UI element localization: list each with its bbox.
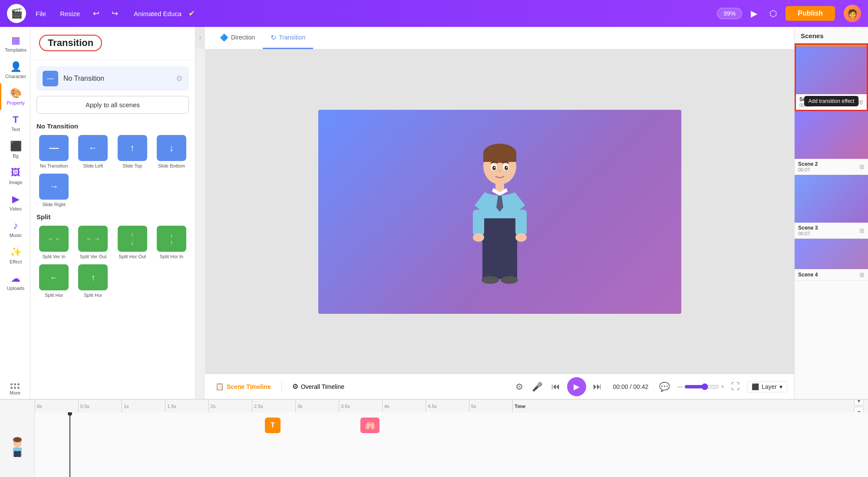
music-icon: ♪ [13,220,18,231]
scene-timeline-tab[interactable]: 📋 Scene Timeline [212,381,274,392]
sidebar-item-video[interactable]: ▶ Video [0,189,30,216]
preview-button[interactable]: ▶ [747,7,761,20]
svg-rect-23 [14,451,17,457]
timeline-chip-lung[interactable]: 🫁 [360,418,380,433]
transition-item-split-ver-out[interactable]: ←→ Split Ver Out [76,226,110,259]
transition-item-no-transition[interactable]: — No Transition [36,135,71,168]
zoom-control[interactable]: 99% [717,8,742,19]
svg-rect-16 [473,210,484,236]
sidebar-item-text[interactable]: T Text [0,110,30,136]
apply-to-all-button[interactable]: Apply to all scenes [36,96,189,114]
ruler-mark-0s: 0s [35,400,78,413]
effect-label: Effect [10,259,22,264]
sidebar-item-character[interactable]: 👤 Character [0,57,30,83]
sidebar-item-effect[interactable]: ✨ Effect [0,242,30,269]
scene-1-thumbnail [796,46,867,94]
tab-direction[interactable]: 🔷 Direction [212,27,263,49]
panel-collapse-button[interactable]: ‹ [195,27,205,49]
scene-item-1[interactable]: Scene 1 00:05 ⊞ Add transition effect [795,43,868,111]
transition-item-slide-right[interactable]: → Slide Right [36,174,71,207]
more-dots-row2 [10,387,20,389]
publish-button[interactable]: Publish [785,6,835,21]
split-ver-in-icon-box: →← [39,226,69,252]
project-title: Animated Educa [134,10,182,17]
sidebar-item-music[interactable]: ♪ Music [0,216,30,242]
bg-label: Bg [13,153,18,158]
canvas-frame[interactable] [318,110,681,314]
split-hor-in-icon-box: ↓ ↑ [157,226,186,252]
transition-title: Transition [48,37,93,48]
transition-settings-icon[interactable]: ⚙ [176,74,183,83]
ruler-mark-5s: 5s [469,400,512,413]
scene-4-name: Scene 4 [798,272,818,278]
timeline-track-content: T 🫁 [35,412,868,477]
sidebar-item-bg[interactable]: ⬛ Bg [0,136,30,163]
scene-2-toggle[interactable]: ⊞ [859,163,865,170]
scene-item-2[interactable]: Scene 2 00:07 ⊞ [795,111,868,175]
tab-transition[interactable]: ↻ Transition [263,27,313,49]
fullscreen-button[interactable]: ⛶ [729,380,742,393]
svg-rect-13 [502,244,517,279]
scene-item-3[interactable]: Scene 3 00:07 ⊞ [795,175,868,239]
zoom-buttons: + − [854,399,868,412]
split-grid: →← Split Ver In ←→ Split Ver Out ↑ ↓ [30,223,195,262]
transition-tab-label: Transition [279,34,305,41]
resize-menu[interactable]: Resize [56,8,84,19]
overall-timeline-tab[interactable]: ⚙ Overall Timeline [289,381,348,392]
scene-3-name: Scene 3 [798,225,818,231]
uploads-icon: ☁ [11,273,20,284]
skip-forward-button[interactable]: ⏭ [591,380,604,393]
scene-4-toggle[interactable]: ⊞ [859,271,865,278]
app-logo: 🎬 [7,4,26,23]
timeline-zoom-in[interactable]: + [854,399,864,405]
mic-button[interactable]: 🎤 [530,380,545,394]
direction-tab-icon: 🔷 [220,33,228,42]
transition-item-split-hor-in[interactable]: ↓ ↑ Split Hor In [154,226,189,259]
canvas-toolbar: 🔷 Direction ↻ Transition [205,27,794,49]
uploads-label: Uploads [7,286,24,291]
transition-item-split-hor-2[interactable]: ↑ Split Hor [76,264,110,298]
svg-point-8 [506,167,507,168]
captions-button[interactable]: 💬 [657,380,672,394]
camera-settings-button[interactable]: ⚙ [514,380,525,394]
timeline-zoom-out[interactable]: − [854,407,864,412]
sidebar-item-property[interactable]: 🎨 Property [0,83,30,110]
transition-item-slide-left[interactable]: ← Slide Left [76,135,110,168]
transition-item-split-ver-in[interactable]: →← Split Ver In [36,226,71,259]
layer-label: Layer [762,383,777,390]
transition-item-slide-top[interactable]: ↑ Slide Top [115,135,150,168]
volume-slider[interactable] [684,383,719,390]
volume-minus-icon: — [677,383,683,390]
sidebar-item-more[interactable]: More [7,380,23,399]
sidebar-item-templates[interactable]: ▦ Templates [0,30,30,57]
user-avatar[interactable]: 🧑 [844,5,861,22]
bg-icon: ⬛ [10,141,22,152]
split-ver-out-icon-box: ←→ [78,226,108,252]
scene-item-4[interactable]: Scene 4 ⊞ [795,239,868,281]
transition-item-split-hor-out[interactable]: ↑ ↓ Split Hor Out [115,226,150,259]
image-label: Image [9,180,23,185]
ruler-mark-time: Time [512,400,556,413]
sidebar-item-image[interactable]: 🖼 Image [0,163,30,189]
transition-header: Transition [30,27,195,60]
file-menu[interactable]: File [31,8,50,19]
scene-1-toggle[interactable]: ⊞ [858,99,863,105]
bottom-area: 0s 0.5s 1s 1.5s 2s 2.5s 3s 3.5s 4s 4.5s … [0,399,868,477]
svg-point-14 [482,276,499,284]
transition-item-split-hor-1[interactable]: ← Split Hor [36,264,71,298]
play-button[interactable]: ▶ [567,377,586,396]
layer-dropdown[interactable]: ⬛ Layer ▾ [747,381,787,392]
split-section-label: Split [30,210,195,223]
timeline-chip-text[interactable]: T [265,418,281,433]
redo-button[interactable]: ↪ [108,7,122,20]
undo-button[interactable]: ↩ [89,7,103,20]
svg-rect-18 [515,210,527,236]
sidebar-item-uploads[interactable]: ☁ Uploads [0,269,30,295]
split-ver-out-label: Split Ver Out [79,254,106,259]
property-label: Property [7,100,25,105]
share-button[interactable]: ⬡ [766,7,780,20]
scene-2-info: Scene 2 00:07 ⊞ [795,159,868,174]
transition-item-slide-bottom[interactable]: ↓ Slide Bottom [154,135,189,168]
scene-3-toggle[interactable]: ⊞ [859,227,865,234]
skip-back-button[interactable]: ⏮ [550,380,562,393]
